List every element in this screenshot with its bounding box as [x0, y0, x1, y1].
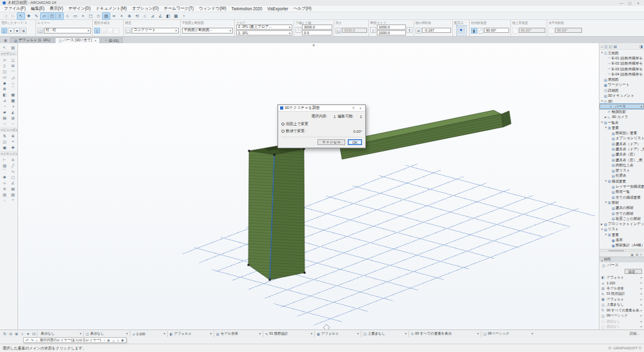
interior-elevation-tool-icon[interactable]: ◫	[1, 139, 9, 144]
document-tool-icon[interactable]: *	[9, 197, 17, 203]
menu-visexporter[interactable]: VisExporter	[267, 6, 288, 11]
pet-option-icon[interactable]: ○	[117, 338, 119, 342]
wall-tool-icon[interactable]: ▱	[1, 57, 9, 63]
tree-item[interactable]: ▼▥要素	[599, 125, 644, 130]
rotation-icon[interactable]: ⊘	[416, 28, 421, 34]
document-tool-icon[interactable]: ≋	[1, 186, 9, 191]
arrow-tool-icon[interactable]: ↖	[17, 13, 25, 19]
column-tool-icon[interactable]: ▯	[1, 63, 9, 68]
tab-elevation[interactable]: ◠ [E-01]	[101, 37, 122, 43]
close-button[interactable]: ×	[635, 1, 641, 5]
wall-tool-icon[interactable]: ▱	[41, 13, 48, 19]
tree-item[interactable]: ◳詳細図	[599, 88, 644, 93]
section-depth-field[interactable]: 1000.0	[377, 30, 406, 35]
structure-display-dropdown[interactable]: ▤モデル全体	[214, 331, 263, 337]
elevation-tool-icon[interactable]: ⊕	[9, 133, 17, 139]
tree-item-perspective-selected[interactable]: □パース	[599, 104, 644, 109]
tree-item[interactable]: ▼◇3D	[599, 99, 644, 104]
printer-icon[interactable]: ⊡	[609, 346, 612, 350]
menu-file[interactable]: ファイル(F)	[4, 6, 26, 12]
menu-window[interactable]: ウィンドウ(W)	[199, 6, 226, 12]
height-field[interactable]: 3330.0	[342, 28, 367, 33]
roof-tool-icon[interactable]: ◿	[9, 74, 17, 80]
redo-icon[interactable]: ↷	[31, 338, 34, 342]
menu-view[interactable]: 表示(V)	[50, 6, 63, 12]
lamp-tool-icon[interactable]: ◔	[1, 103, 9, 109]
marquee-tool-icon[interactable]: ▧	[9, 44, 17, 50]
menu-help[interactable]: ヘルプ(H)	[294, 6, 312, 12]
arc-tool-icon[interactable]: ⌒	[1, 168, 9, 174]
skylight-tool-icon[interactable]: ◠	[9, 68, 17, 74]
building-material-select[interactable]: コンクリート	[132, 28, 179, 34]
design-tool-icon[interactable]: ▰	[1, 109, 9, 115]
layer-select[interactable]: 柱 - 柱	[44, 28, 91, 34]
menu-document[interactable]: ドキュメント(M)	[96, 6, 126, 12]
stair-tool-icon[interactable]: ≣	[1, 86, 9, 92]
design-tool-icon[interactable]: ◍	[9, 115, 17, 121]
model-view-options-row[interactable]: ▦デフォルト	[599, 297, 644, 302]
tree-item[interactable]: ◠E-02 [自動再構築モ	[599, 61, 644, 66]
profile-icon[interactable]: ▢	[125, 28, 131, 34]
radio-unselected-icon[interactable]	[281, 130, 285, 133]
tab-close-icon[interactable]: ×	[94, 39, 96, 43]
zoom-in-icon[interactable]: ⊕	[14, 331, 19, 336]
graphic-override-row[interactable]: ◳上書きなし	[599, 302, 644, 308]
scale-row[interactable]: ⊿1:100	[599, 280, 644, 286]
tree-item[interactable]: ▤柱梁表	[599, 173, 644, 179]
toolbar-icon[interactable]: ≍	[110, 13, 117, 19]
tab-3d-perspective[interactable]: ◳ パース [3D / 全て] ×	[55, 37, 101, 43]
pointer-tool-icon[interactable]: ↖	[1, 44, 9, 50]
delete-icon[interactable]: ×	[640, 253, 642, 257]
railing-tool-icon[interactable]: ⌒	[9, 86, 17, 92]
tree-item[interactable]: ▦基本	[599, 237, 644, 242]
tree-item[interactable]: ▤部屋一覧	[599, 190, 644, 195]
quick-option-dropdown[interactable]: ◫表示なし	[83, 331, 130, 337]
slanted-column-icon[interactable]: ⟋	[478, 28, 483, 34]
tree-item[interactable]: ◇軸測投影	[599, 109, 644, 114]
quick-option-dropdown[interactable]: 表示なし	[37, 331, 83, 337]
tree-item[interactable]: ▤部材拾い要素	[599, 130, 644, 135]
toolbar-icon[interactable]: ◧	[165, 13, 172, 19]
document-tool-icon[interactable]: ⊹	[1, 180, 9, 186]
toolbar-icon[interactable]: ✎	[33, 13, 40, 19]
column-tool-icon[interactable]: ▯	[56, 13, 63, 19]
toolbar-icon[interactable]: ◔	[180, 13, 187, 19]
shell-tool-icon[interactable]: ◆	[1, 80, 9, 86]
fill-tool-icon[interactable]: ▨	[1, 162, 9, 168]
slant-angle-field[interactable]: 90.00°	[484, 28, 509, 33]
new-folder-icon[interactable]: ⊞	[636, 253, 638, 257]
pet-option-icon[interactable]: ⊕	[107, 338, 110, 342]
layout-book-icon[interactable]: ◱	[609, 44, 612, 48]
model-view-dropdown[interactable]: ▦デフォルト	[314, 331, 361, 337]
tree-item[interactable]: ▤建具表（窓）_廃	[599, 157, 644, 162]
chevron-down-icon[interactable]: ▾	[25, 331, 31, 336]
pet-option-icon[interactable]: ◔	[103, 338, 105, 342]
tree-item[interactable]: ▤建具表（ドア）	[599, 141, 644, 146]
toolbar-icon[interactable]: ⊕	[126, 13, 133, 19]
spline-tool-icon[interactable]: ∿	[9, 168, 17, 174]
line-tool-icon[interactable]: ╱	[9, 162, 17, 168]
toolbar-icon[interactable]: ⌖	[79, 13, 86, 19]
tree-item[interactable]: ◠E-04 [自動再構築モ	[599, 72, 644, 77]
slab-tool-icon[interactable]: ▭	[1, 74, 9, 80]
menu-options[interactable]: オプション(O)	[132, 6, 158, 12]
pet-option-icon[interactable]: ⊥	[112, 338, 115, 342]
help-icon[interactable]: ?	[350, 106, 356, 110]
tree-item[interactable]: ▤建具の部材	[599, 206, 644, 211]
properties-section-header[interactable]: 特性	[599, 257, 644, 262]
structure-display-row[interactable]: ▤モデル全体	[599, 286, 644, 291]
floorplan-display-select[interactable]: 平面図と断面図...	[182, 28, 233, 34]
properties-icon[interactable]: ▣	[630, 253, 634, 257]
section-width-field[interactable]: 1000.0	[377, 24, 406, 30]
column-3d-object[interactable]	[248, 146, 305, 280]
tree-item[interactable]: ▼▥要素	[599, 232, 644, 237]
scrollbar-thumb[interactable]	[609, 250, 624, 251]
toolbar-icon[interactable]: ▨	[103, 13, 110, 19]
3d-viewport[interactable]: ✕ 3Dテクスチャを調整 ? × 選択内容: 1 編集可能: 1	[18, 43, 599, 329]
toolbar-icon[interactable]: ∠	[157, 13, 164, 19]
bottom-elevation-field[interactable]: 0.0	[302, 30, 332, 35]
scale-dropdown[interactable]: ⊿1:100	[130, 331, 167, 337]
toolbar-icon[interactable]: ✚	[25, 13, 32, 19]
top-link-story-select[interactable]: 2. 2FL (最上フロア...	[236, 24, 292, 30]
pen-set-row[interactable]: ✎01 既存設計	[599, 291, 644, 297]
